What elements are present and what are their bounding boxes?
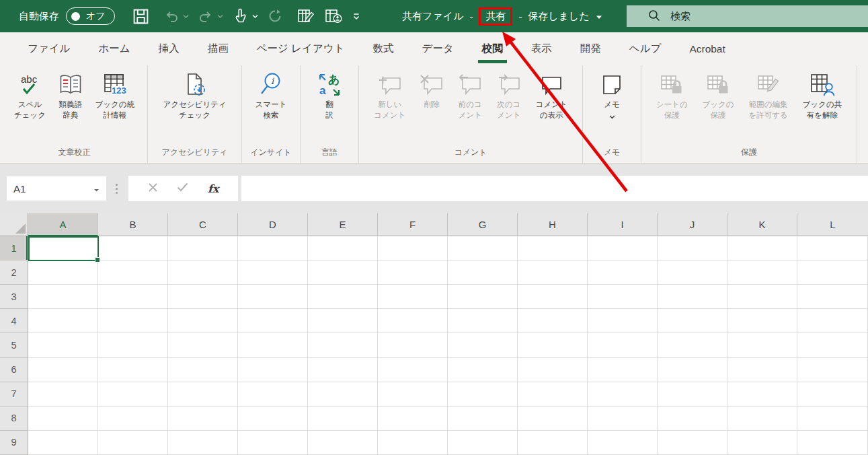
smart-lookup-button[interactable]: i スマート 検索 [255, 69, 287, 120]
cell-G5[interactable] [448, 333, 518, 357]
cell-F8[interactable] [378, 407, 448, 431]
cell-E8[interactable] [308, 407, 378, 431]
touch-mode-chevron-icon[interactable] [252, 14, 258, 19]
cell-H6[interactable] [518, 358, 588, 382]
cell-K5[interactable] [727, 333, 797, 357]
column-header-F[interactable]: F [378, 213, 448, 236]
cell-A4[interactable] [28, 309, 98, 333]
cell-B3[interactable] [98, 285, 168, 309]
notes-button[interactable]: メモ [600, 69, 623, 122]
show-comments-button[interactable]: コメント の表示 [536, 69, 567, 120]
cell-C3[interactable] [168, 285, 238, 309]
cell-A3[interactable] [28, 285, 98, 309]
insert-function-button[interactable]: fx [208, 182, 219, 195]
cell-C4[interactable] [168, 309, 238, 333]
cell-H3[interactable] [518, 285, 588, 309]
search-input[interactable]: 検索 [627, 5, 868, 27]
column-header-G[interactable]: G [448, 213, 518, 236]
cell-D1[interactable] [238, 236, 308, 260]
cell-J4[interactable] [658, 309, 727, 333]
cell-L3[interactable] [797, 285, 868, 309]
cell-D2[interactable] [238, 260, 308, 285]
cell-C2[interactable] [168, 260, 238, 285]
select-all-corner[interactable] [0, 213, 28, 236]
cell-L1[interactable] [797, 236, 868, 260]
cell-E3[interactable] [308, 285, 378, 309]
cell-K3[interactable] [727, 285, 797, 309]
cell-H2[interactable] [518, 260, 588, 285]
touch-mode-icon[interactable] [233, 8, 248, 25]
cell-H5[interactable] [518, 333, 588, 357]
cell-B7[interactable] [98, 382, 168, 407]
row-header-6[interactable]: 6 [0, 358, 28, 382]
cell-J8[interactable] [658, 407, 727, 431]
cell-I7[interactable] [588, 382, 658, 407]
cell-F6[interactable] [378, 358, 448, 382]
name-box[interactable]: A1 [6, 176, 107, 201]
name-box-chevron-icon[interactable] [93, 183, 100, 195]
cell-B9[interactable] [98, 431, 168, 455]
cell-K6[interactable] [727, 358, 797, 382]
tab-view[interactable]: 表示 [517, 32, 566, 65]
cell-E5[interactable] [308, 333, 378, 357]
cell-B1[interactable] [98, 236, 168, 260]
column-header-C[interactable]: C [168, 213, 238, 236]
cell-E4[interactable] [308, 309, 378, 333]
cell-G3[interactable] [448, 285, 518, 309]
row-header-2[interactable]: 2 [0, 260, 28, 285]
cell-H4[interactable] [518, 309, 588, 333]
cell-G1[interactable] [448, 236, 518, 260]
cell-F7[interactable] [378, 382, 448, 407]
cell-L5[interactable] [797, 333, 868, 357]
cell-J7[interactable] [658, 382, 727, 407]
cell-E2[interactable] [308, 260, 378, 285]
cell-D7[interactable] [238, 382, 308, 407]
cell-B6[interactable] [98, 358, 168, 382]
cell-F2[interactable] [378, 260, 448, 285]
cell-J5[interactable] [658, 333, 727, 357]
thesaurus-button[interactable]: 類義語 辞典 [58, 69, 83, 120]
cell-D3[interactable] [238, 285, 308, 309]
cell-D6[interactable] [238, 358, 308, 382]
cell-A6[interactable] [28, 358, 98, 382]
cell-D8[interactable] [238, 407, 308, 431]
cell-I5[interactable] [588, 333, 658, 357]
cell-K4[interactable] [727, 309, 797, 333]
cell-A7[interactable] [28, 382, 98, 407]
cell-H8[interactable] [518, 407, 588, 431]
cell-H7[interactable] [518, 382, 588, 407]
cell-B4[interactable] [98, 309, 168, 333]
qat-table-user-icon[interactable] [325, 8, 343, 25]
cell-C7[interactable] [168, 382, 238, 407]
cell-B8[interactable] [98, 407, 168, 431]
tab-file[interactable]: ファイル [13, 32, 84, 65]
cell-K2[interactable] [727, 260, 797, 285]
row-header-7[interactable]: 7 [0, 382, 28, 407]
spelling-button[interactable]: abc スペル チェック [14, 69, 46, 120]
cell-G7[interactable] [448, 382, 518, 407]
formula-input[interactable] [241, 176, 868, 201]
cell-A8[interactable] [28, 407, 98, 431]
cell-B2[interactable] [98, 260, 168, 285]
tab-data[interactable]: データ [408, 32, 468, 65]
cell-A2[interactable] [28, 260, 98, 285]
cell-J1[interactable] [658, 236, 727, 260]
row-header-5[interactable]: 5 [0, 333, 28, 357]
cell-I3[interactable] [588, 285, 658, 309]
column-header-L[interactable]: L [797, 213, 868, 236]
cell-J6[interactable] [658, 358, 727, 382]
cell-L2[interactable] [797, 260, 868, 285]
cell-L7[interactable] [797, 382, 868, 407]
cell-L6[interactable] [797, 358, 868, 382]
cell-F5[interactable] [378, 333, 448, 357]
cell-K1[interactable] [727, 236, 797, 260]
cell-L9[interactable] [797, 431, 868, 455]
workbook-statistics-button[interactable]: 123 ブックの統 計情報 [95, 69, 135, 120]
cell-F4[interactable] [378, 309, 448, 333]
cell-C6[interactable] [168, 358, 238, 382]
cell-H1[interactable] [518, 236, 588, 260]
row-header-9[interactable]: 9 [0, 431, 28, 455]
cell-D4[interactable] [238, 309, 308, 333]
cell-G8[interactable] [448, 407, 518, 431]
tab-page-layout[interactable]: ページ レイアウト [243, 32, 359, 65]
